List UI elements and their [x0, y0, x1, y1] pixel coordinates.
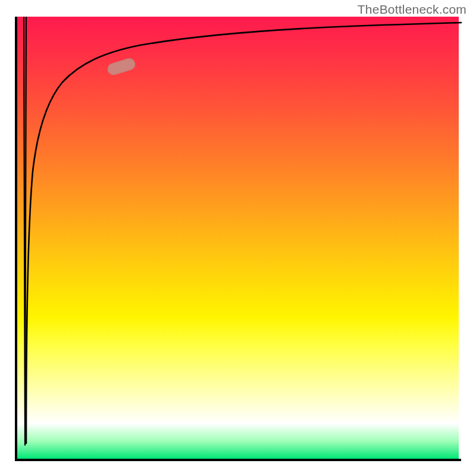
chart-curve-layer: [15, 17, 461, 461]
x-axis-line: [15, 459, 461, 461]
chart-log-curve: [26, 23, 461, 443]
watermark-text: TheBottleneck.com: [358, 2, 466, 17]
chart-plot-area: [15, 17, 461, 461]
y-axis-line: [15, 17, 17, 461]
